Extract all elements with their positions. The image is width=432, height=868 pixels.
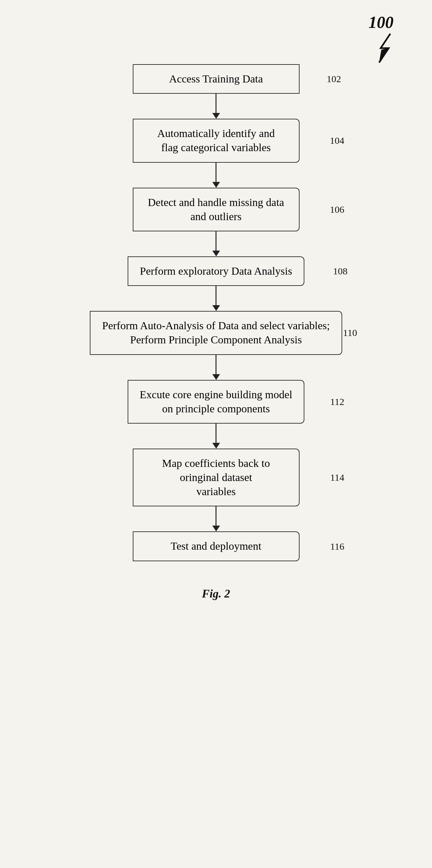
step-112-wrapper: Excute core engine building model on pri… xyxy=(72,380,361,424)
arrow-4 xyxy=(212,286,220,311)
step-116-label: Test and deployment xyxy=(171,540,261,552)
arrow-1 xyxy=(212,94,220,119)
figure-caption: Fig. 2 xyxy=(202,587,230,600)
page-container: 100 Access Training Data 102 Automatical… xyxy=(0,0,432,868)
step-108-wrapper: Perform exploratory Data Analysis 108 xyxy=(72,256,361,286)
step-106-wrapper: Detect and handle missing data and outli… xyxy=(72,188,361,231)
step-104-number: 104 xyxy=(330,135,344,146)
step-108-label: Perform exploratory Data Analysis xyxy=(140,265,292,277)
flowchart: Access Training Data 102 Automatically i… xyxy=(72,64,361,561)
step-102-number: 102 xyxy=(327,73,341,84)
step-110-wrapper: Perform Auto-Analysis of Data and select… xyxy=(72,311,361,354)
step-104-label: Automatically identify and flag categori… xyxy=(157,127,274,153)
step-110-box: Perform Auto-Analysis of Data and select… xyxy=(90,311,342,354)
step-108-box: Perform exploratory Data Analysis xyxy=(128,256,304,286)
step-112-box: Excute core engine building model on pri… xyxy=(128,380,305,424)
step-112-number: 112 xyxy=(330,396,344,407)
step-114-label: Map coefficients back to oringinal datas… xyxy=(162,457,270,497)
step-114-number: 114 xyxy=(330,472,344,483)
step-106-number: 106 xyxy=(330,204,344,215)
step-116-number: 116 xyxy=(330,541,344,552)
step-108-number: 108 xyxy=(333,266,347,277)
step-104-box: Automatically identify and flag categori… xyxy=(133,119,300,162)
step-116-box: Test and deployment xyxy=(133,531,300,561)
arrow-6 xyxy=(212,424,220,448)
figure-number-top: 100 xyxy=(368,13,394,32)
step-116-wrapper: Test and deployment 116 xyxy=(72,531,361,561)
step-114-wrapper: Map coefficients back to oringinal datas… xyxy=(72,448,361,507)
step-106-box: Detect and handle missing data and outli… xyxy=(133,188,300,231)
arrow-3 xyxy=(212,231,220,256)
lightning-icon xyxy=(374,32,400,64)
step-114-box: Map coefficients back to oringinal datas… xyxy=(133,448,300,507)
step-106-label: Detect and handle missing data and outli… xyxy=(148,196,284,222)
svg-marker-0 xyxy=(379,48,389,63)
arrow-7 xyxy=(212,506,220,531)
step-112-label: Excute core engine building model on pri… xyxy=(140,389,293,414)
step-110-label: Perform Auto-Analysis of Data and select… xyxy=(102,320,330,346)
step-102-label: Access Training Data xyxy=(169,73,263,85)
arrow-2 xyxy=(212,163,220,188)
step-110-number: 110 xyxy=(343,327,357,338)
step-102-wrapper: Access Training Data 102 xyxy=(72,64,361,94)
step-102-box: Access Training Data xyxy=(133,64,300,94)
step-104-wrapper: Automatically identify and flag categori… xyxy=(72,119,361,162)
arrow-5 xyxy=(212,355,220,380)
